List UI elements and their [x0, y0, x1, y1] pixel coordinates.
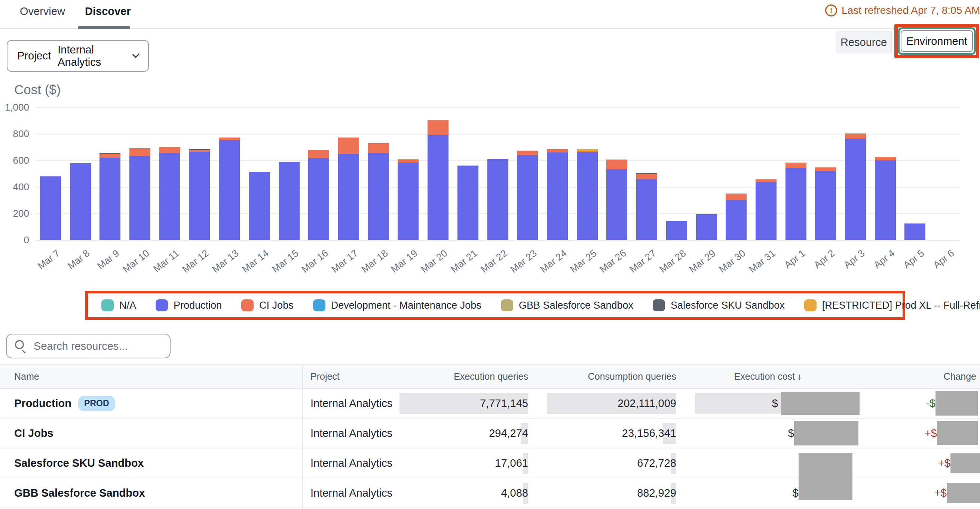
- bar-segment[interactable]: [368, 153, 389, 240]
- bar-segment[interactable]: [517, 151, 538, 151]
- legend-label: [RESTRICTED] Prod XL -- Full-Refresh job…: [822, 300, 980, 311]
- legend-item[interactable]: GBB Salesforce Sandbox: [501, 299, 633, 311]
- bar-segment[interactable]: [40, 176, 61, 240]
- bar-segment[interactable]: [815, 167, 836, 171]
- bar-segment[interactable]: [666, 221, 687, 240]
- bar-segment[interactable]: [428, 120, 449, 135]
- bar-segment[interactable]: [845, 139, 866, 240]
- y-axis-tick-label: 1,000: [0, 101, 29, 113]
- legend-item[interactable]: Production: [156, 299, 222, 311]
- bar-segment[interactable]: [159, 153, 180, 240]
- bar-segment[interactable]: [129, 156, 150, 240]
- bar-segment[interactable]: [308, 158, 329, 240]
- bar-segment[interactable]: [189, 150, 210, 152]
- bar-segment[interactable]: [606, 160, 627, 160]
- legend-item[interactable]: Salesforce SKU Sandbox: [653, 299, 785, 311]
- project-cell: Internal Analytics: [302, 397, 396, 409]
- cell-value: 882,929: [637, 487, 676, 499]
- bar-segment[interactable]: [606, 169, 627, 240]
- bar-segment[interactable]: [725, 200, 746, 240]
- bar-segment[interactable]: [398, 160, 418, 163]
- bar-segment[interactable]: [577, 149, 598, 151]
- bar-segment[interactable]: [606, 160, 627, 169]
- legend-item[interactable]: CI Jobs: [241, 299, 294, 311]
- bar-segment[interactable]: [636, 179, 657, 240]
- bar-segment[interactable]: [100, 158, 121, 240]
- bar-segment[interactable]: [696, 214, 717, 240]
- resource-name-cell[interactable]: GBB Salesforce Sandbox: [0, 487, 302, 499]
- bar-segment[interactable]: [875, 160, 896, 240]
- bar-segment[interactable]: [786, 163, 807, 168]
- bar-segment[interactable]: [368, 143, 389, 153]
- resource-name-cell[interactable]: ProductionPROD: [0, 396, 302, 411]
- bar-segment[interactable]: [278, 162, 300, 240]
- bar-segment[interactable]: [487, 159, 508, 240]
- bar-segment[interactable]: [547, 152, 568, 240]
- legend-item[interactable]: [RESTRICTED] Prod XL -- Full-Refresh job…: [804, 299, 980, 311]
- bar-segment[interactable]: [249, 172, 270, 240]
- bar-segment[interactable]: [308, 150, 329, 158]
- table-row[interactable]: ProductionPRODInternal Analytics7,771,14…: [0, 388, 980, 419]
- bar-segment[interactable]: [725, 194, 746, 200]
- resource-name-cell[interactable]: Salesforce SKU Sandbox: [0, 457, 302, 469]
- bar-segment[interactable]: [815, 171, 836, 240]
- column-header-execution-cost[interactable]: Execution cost↓: [676, 371, 859, 382]
- execution-cost-cell: $: [676, 449, 859, 477]
- bar-segment[interactable]: [219, 140, 240, 240]
- column-header-project[interactable]: Project: [302, 371, 396, 382]
- bar-segment[interactable]: [845, 134, 866, 139]
- bar-segment[interactable]: [875, 157, 896, 160]
- search-icon: [15, 340, 24, 349]
- redaction-box: [937, 421, 978, 445]
- bar-segment[interactable]: [398, 163, 418, 240]
- bar-segment[interactable]: [129, 148, 150, 156]
- column-header-consumption-queries[interactable]: Consumption queries: [528, 371, 676, 382]
- cell-value: 672,728: [637, 457, 676, 469]
- resource-name: Salesforce SKU Sandbox: [14, 457, 144, 469]
- bar-segment[interactable]: [398, 159, 418, 160]
- bar-segment[interactable]: [756, 179, 776, 182]
- bar-segment[interactable]: [70, 163, 91, 240]
- cell-value: 294,274: [489, 427, 528, 439]
- bar-segment[interactable]: [904, 224, 925, 240]
- project-cell: Internal Analytics: [302, 427, 396, 439]
- column-header-change[interactable]: Change: [859, 371, 980, 382]
- bar-segment[interactable]: [517, 151, 538, 155]
- gridline: [35, 107, 960, 108]
- bar-segment[interactable]: [428, 135, 449, 240]
- bar-segment[interactable]: [189, 152, 210, 240]
- bar-segment[interactable]: [845, 133, 866, 134]
- table-row[interactable]: CI JobsInternal Analytics294,27423,156,3…: [0, 419, 980, 449]
- bar-segment[interactable]: [517, 155, 538, 240]
- column-header-label: Execution cost: [734, 371, 795, 382]
- column-header-execution-queries[interactable]: Execution queries: [396, 371, 528, 382]
- bar-segment[interactable]: [219, 138, 240, 140]
- bar-segment[interactable]: [577, 152, 598, 240]
- bar-segment[interactable]: [636, 173, 657, 173]
- legend-item[interactable]: N/A: [101, 299, 136, 311]
- bar-segment[interactable]: [756, 182, 776, 240]
- legend-item[interactable]: Development - Maintenance Jobs: [313, 299, 481, 311]
- resource-name-cell[interactable]: CI Jobs: [0, 427, 302, 439]
- bar-segment[interactable]: [189, 149, 210, 150]
- bar-segment[interactable]: [159, 147, 180, 153]
- legend-label: CI Jobs: [259, 300, 294, 311]
- bar-segment[interactable]: [636, 174, 657, 179]
- bar-segment[interactable]: [338, 138, 359, 154]
- y-axis-tick-label: 0: [0, 234, 29, 246]
- execution-queries-cell: 7,771,145: [396, 388, 528, 418]
- bar-segment[interactable]: [100, 154, 121, 158]
- bar-segment[interactable]: [577, 151, 598, 152]
- bar-segment[interactable]: [338, 154, 359, 240]
- gridline: [35, 240, 960, 241]
- bar-segment[interactable]: [725, 193, 746, 194]
- search-input[interactable]: [6, 334, 170, 358]
- bar-segment[interactable]: [457, 166, 479, 240]
- bar-segment[interactable]: [129, 148, 150, 148]
- table-row[interactable]: Salesforce SKU SandboxInternal Analytics…: [0, 449, 980, 478]
- column-header-name[interactable]: Name: [0, 371, 302, 382]
- bar-segment[interactable]: [547, 149, 568, 152]
- bar-segment[interactable]: [786, 168, 807, 240]
- bar-segment[interactable]: [100, 153, 121, 154]
- legend-swatch: [653, 299, 665, 311]
